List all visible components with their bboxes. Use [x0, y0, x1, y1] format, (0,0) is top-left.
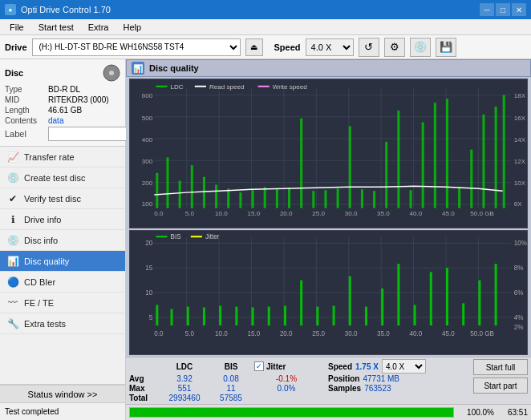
max-bis: 11	[211, 384, 251, 393]
jitter-checkbox[interactable]: ✓	[254, 361, 264, 371]
sidebar-item-verify-test-disc[interactable]: ✔ Verify test disc	[0, 188, 125, 209]
charts-area: 600 500 400 300 200 100 18X 16X 14X 12X …	[126, 77, 531, 357]
title-bar: ● Opti Drive Control 1.70 ─ □ ✕	[0, 0, 531, 19]
svg-text:8%: 8%	[514, 265, 524, 272]
sidebar-item-create-test-disc[interactable]: 💿 Create test disc	[0, 168, 125, 188]
menu-help[interactable]: Help	[116, 21, 148, 34]
svg-rect-22	[191, 165, 193, 208]
svg-rect-25	[227, 188, 229, 208]
svg-text:12X: 12X	[514, 158, 526, 165]
svg-text:25.0: 25.0	[312, 330, 325, 337]
progress-bar-fill	[130, 408, 453, 417]
svg-rect-46	[482, 115, 484, 208]
svg-text:6%: 6%	[514, 289, 524, 297]
svg-text:10.0: 10.0	[215, 210, 228, 217]
mid-value: RITEKDR3 (000)	[48, 95, 109, 104]
max-ldc: 551	[161, 384, 208, 393]
svg-rect-23	[203, 177, 205, 208]
close-button[interactable]: ✕	[512, 3, 526, 16]
svg-text:50.0 GB: 50.0 GB	[470, 210, 494, 217]
svg-text:0.0: 0.0	[154, 330, 164, 337]
max-label: Max	[129, 384, 158, 393]
sidebar-label-fe-te: FE / TE	[24, 298, 54, 308]
speed-info: Speed 1.75 X 4.0 X	[328, 359, 426, 374]
svg-text:600: 600	[142, 92, 153, 99]
disc-title: Disc	[5, 68, 23, 78]
contents-value: data	[48, 116, 63, 125]
disc-info-icon: 💿	[6, 234, 19, 247]
start-part-button[interactable]: Start part	[473, 378, 528, 394]
svg-rect-111	[446, 268, 448, 325]
sidebar-nav: 📈 Transfer rate 💿 Create test disc ✔ Ver…	[0, 147, 125, 384]
drive-speed-select[interactable]: 4.0 X	[306, 38, 354, 56]
svg-text:15: 15	[145, 265, 152, 272]
sidebar-item-transfer-rate[interactable]: 📈 Transfer rate	[0, 147, 125, 168]
samples-value: 763523	[364, 384, 391, 393]
svg-text:25.0: 25.0	[312, 210, 325, 217]
sidebar-label-cd-bier: CD BIer	[24, 277, 55, 287]
svg-text:Write speed: Write speed	[273, 83, 307, 91]
speed-select[interactable]: 4.0 X	[382, 359, 426, 374]
maximize-button[interactable]: □	[496, 3, 510, 16]
svg-rect-42	[434, 103, 436, 208]
svg-rect-98	[235, 306, 237, 325]
svg-rect-35	[349, 126, 351, 208]
sidebar-item-disc-quality[interactable]: 📊 Disc quality	[0, 251, 125, 272]
svg-rect-135	[156, 236, 167, 237]
bis-col-header: BIS	[211, 362, 251, 371]
eject-button[interactable]: ⏏	[245, 38, 263, 56]
svg-rect-43	[446, 99, 448, 208]
svg-text:Read speed: Read speed	[209, 83, 245, 91]
mid-label: MID	[5, 95, 45, 104]
svg-text:300: 300	[142, 158, 153, 165]
progress-bar-wrap	[129, 407, 454, 418]
svg-rect-105	[349, 276, 351, 325]
ldc-chart: 600 500 400 300 200 100 18X 16X 14X 12X …	[129, 79, 528, 228]
svg-text:18X: 18X	[514, 92, 526, 99]
svg-rect-107	[381, 289, 383, 325]
svg-rect-74	[195, 86, 206, 87]
settings-button[interactable]: ⚙	[384, 38, 405, 57]
svg-rect-103	[316, 306, 318, 325]
svg-text:30.0: 30.0	[345, 330, 358, 337]
sidebar-label-drive-info: Drive info	[24, 215, 61, 224]
svg-text:BIS: BIS	[171, 233, 182, 240]
menu-start-test[interactable]: Start test	[32, 21, 80, 34]
svg-text:0.0: 0.0	[154, 210, 164, 217]
menu-bar: File Start test Extra Help	[0, 19, 531, 35]
menu-extra[interactable]: Extra	[82, 21, 116, 34]
minimize-button[interactable]: ─	[480, 3, 494, 16]
sidebar-item-drive-info[interactable]: ℹ Drive info	[0, 209, 125, 230]
svg-rect-110	[430, 272, 432, 325]
sidebar-item-disc-info[interactable]: 💿 Disc info	[0, 230, 125, 251]
svg-text:100: 100	[142, 200, 153, 208]
disc-panel: Disc Type BD-R DL MID RITEKDR3 (000) Len…	[0, 59, 125, 147]
svg-text:40.0: 40.0	[410, 330, 423, 337]
svg-text:45.0: 45.0	[442, 210, 455, 217]
svg-text:10: 10	[145, 289, 152, 297]
svg-rect-76	[258, 86, 270, 87]
status-window-button[interactable]: Status window >>	[0, 385, 125, 402]
status-window-label: Status window >>	[28, 390, 98, 399]
sidebar-item-fe-te[interactable]: 〰 FE / TE	[0, 293, 125, 313]
svg-rect-113	[478, 281, 480, 326]
drive-label: Drive	[5, 42, 27, 52]
refresh-button[interactable]: ↺	[359, 38, 379, 57]
svg-rect-104	[333, 305, 335, 325]
disc-icon-btn[interactable]: 💿	[410, 38, 431, 57]
svg-rect-27	[252, 190, 254, 208]
svg-rect-72	[156, 86, 167, 87]
sidebar-bottom: Status window >> Test completed	[0, 384, 125, 420]
drive-select[interactable]: (H:) HL-DT-ST BD-RE WH16NS58 TST4	[32, 38, 241, 56]
save-button[interactable]: 💾	[436, 38, 456, 57]
disc-panel-icon	[103, 64, 120, 82]
svg-rect-96	[203, 307, 205, 325]
svg-rect-95	[187, 306, 189, 325]
progress-time: 63:51	[499, 408, 528, 417]
svg-rect-34	[337, 188, 339, 208]
menu-file[interactable]: File	[3, 21, 30, 34]
svg-rect-137	[191, 236, 202, 237]
sidebar-item-extra-tests[interactable]: 🔧 Extra tests	[0, 313, 125, 334]
start-full-button[interactable]: Start full	[473, 359, 528, 375]
sidebar-item-cd-bier[interactable]: 🔵 CD BIer	[0, 272, 125, 293]
